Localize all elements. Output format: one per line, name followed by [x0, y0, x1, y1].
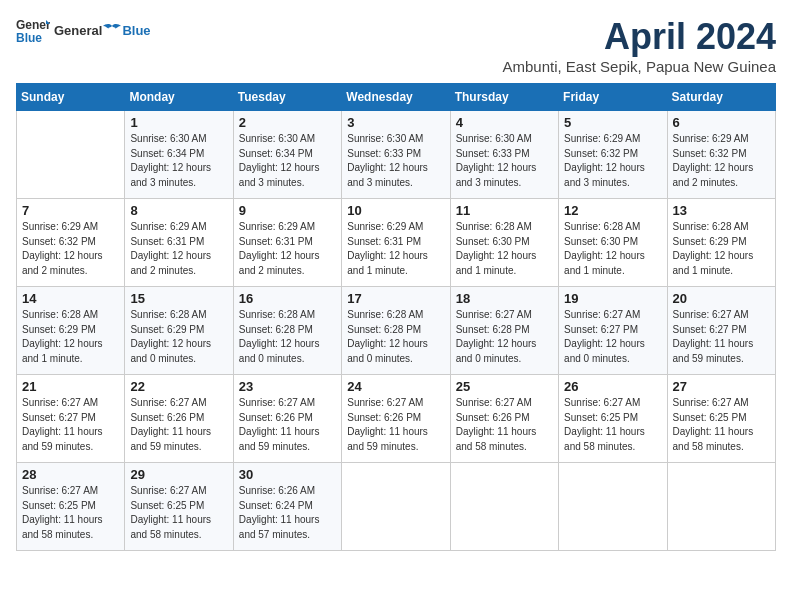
col-header-sunday: Sunday: [17, 84, 125, 111]
day-number: 25: [456, 379, 553, 394]
calendar-cell: 23Sunrise: 6:27 AM Sunset: 6:26 PM Dayli…: [233, 375, 341, 463]
calendar-cell: 10Sunrise: 6:29 AM Sunset: 6:31 PM Dayli…: [342, 199, 450, 287]
calendar-cell: 17Sunrise: 6:28 AM Sunset: 6:28 PM Dayli…: [342, 287, 450, 375]
day-info: Sunrise: 6:28 AM Sunset: 6:29 PM Dayligh…: [673, 220, 770, 278]
day-info: Sunrise: 6:27 AM Sunset: 6:27 PM Dayligh…: [673, 308, 770, 366]
calendar-cell: 14Sunrise: 6:28 AM Sunset: 6:29 PM Dayli…: [17, 287, 125, 375]
day-info: Sunrise: 6:29 AM Sunset: 6:32 PM Dayligh…: [22, 220, 119, 278]
calendar-cell: [667, 463, 775, 551]
calendar-cell: 5Sunrise: 6:29 AM Sunset: 6:32 PM Daylig…: [559, 111, 667, 199]
day-info: Sunrise: 6:27 AM Sunset: 6:26 PM Dayligh…: [130, 396, 227, 454]
month-title: April 2024: [503, 16, 777, 58]
day-info: Sunrise: 6:30 AM Sunset: 6:34 PM Dayligh…: [130, 132, 227, 190]
calendar-cell: 19Sunrise: 6:27 AM Sunset: 6:27 PM Dayli…: [559, 287, 667, 375]
day-info: Sunrise: 6:28 AM Sunset: 6:28 PM Dayligh…: [347, 308, 444, 366]
calendar-header-row: SundayMondayTuesdayWednesdayThursdayFrid…: [17, 84, 776, 111]
day-info: Sunrise: 6:29 AM Sunset: 6:31 PM Dayligh…: [239, 220, 336, 278]
day-number: 13: [673, 203, 770, 218]
day-number: 3: [347, 115, 444, 130]
day-number: 17: [347, 291, 444, 306]
calendar-cell: 13Sunrise: 6:28 AM Sunset: 6:29 PM Dayli…: [667, 199, 775, 287]
day-info: Sunrise: 6:27 AM Sunset: 6:25 PM Dayligh…: [130, 484, 227, 542]
day-number: 26: [564, 379, 661, 394]
day-number: 16: [239, 291, 336, 306]
day-number: 15: [130, 291, 227, 306]
col-header-friday: Friday: [559, 84, 667, 111]
calendar-cell: [17, 111, 125, 199]
day-number: 27: [673, 379, 770, 394]
day-number: 23: [239, 379, 336, 394]
day-number: 1: [130, 115, 227, 130]
calendar-cell: 9Sunrise: 6:29 AM Sunset: 6:31 PM Daylig…: [233, 199, 341, 287]
calendar-week-row: 7Sunrise: 6:29 AM Sunset: 6:32 PM Daylig…: [17, 199, 776, 287]
calendar-cell: 26Sunrise: 6:27 AM Sunset: 6:25 PM Dayli…: [559, 375, 667, 463]
calendar-cell: 20Sunrise: 6:27 AM Sunset: 6:27 PM Dayli…: [667, 287, 775, 375]
day-info: Sunrise: 6:29 AM Sunset: 6:32 PM Dayligh…: [564, 132, 661, 190]
calendar-cell: 8Sunrise: 6:29 AM Sunset: 6:31 PM Daylig…: [125, 199, 233, 287]
day-number: 10: [347, 203, 444, 218]
day-info: Sunrise: 6:30 AM Sunset: 6:33 PM Dayligh…: [347, 132, 444, 190]
day-number: 11: [456, 203, 553, 218]
calendar-cell: [450, 463, 558, 551]
day-info: Sunrise: 6:29 AM Sunset: 6:32 PM Dayligh…: [673, 132, 770, 190]
day-info: Sunrise: 6:30 AM Sunset: 6:33 PM Dayligh…: [456, 132, 553, 190]
calendar-cell: 29Sunrise: 6:27 AM Sunset: 6:25 PM Dayli…: [125, 463, 233, 551]
calendar-cell: 16Sunrise: 6:28 AM Sunset: 6:28 PM Dayli…: [233, 287, 341, 375]
calendar-cell: 24Sunrise: 6:27 AM Sunset: 6:26 PM Dayli…: [342, 375, 450, 463]
day-info: Sunrise: 6:28 AM Sunset: 6:30 PM Dayligh…: [456, 220, 553, 278]
day-number: 14: [22, 291, 119, 306]
day-number: 8: [130, 203, 227, 218]
day-info: Sunrise: 6:28 AM Sunset: 6:28 PM Dayligh…: [239, 308, 336, 366]
calendar-table: SundayMondayTuesdayWednesdayThursdayFrid…: [16, 83, 776, 551]
calendar-cell: 11Sunrise: 6:28 AM Sunset: 6:30 PM Dayli…: [450, 199, 558, 287]
day-info: Sunrise: 6:28 AM Sunset: 6:29 PM Dayligh…: [22, 308, 119, 366]
logo-bird-icon: [103, 23, 121, 37]
calendar-week-row: 14Sunrise: 6:28 AM Sunset: 6:29 PM Dayli…: [17, 287, 776, 375]
day-info: Sunrise: 6:27 AM Sunset: 6:27 PM Dayligh…: [22, 396, 119, 454]
day-number: 5: [564, 115, 661, 130]
calendar-cell: 12Sunrise: 6:28 AM Sunset: 6:30 PM Dayli…: [559, 199, 667, 287]
col-header-wednesday: Wednesday: [342, 84, 450, 111]
col-header-saturday: Saturday: [667, 84, 775, 111]
calendar-cell: [559, 463, 667, 551]
col-header-monday: Monday: [125, 84, 233, 111]
svg-text:General: General: [16, 18, 50, 32]
logo: General Blue General Blue: [16, 16, 151, 44]
day-info: Sunrise: 6:27 AM Sunset: 6:26 PM Dayligh…: [456, 396, 553, 454]
day-number: 19: [564, 291, 661, 306]
logo-general: General: [54, 23, 102, 38]
calendar-cell: 2Sunrise: 6:30 AM Sunset: 6:34 PM Daylig…: [233, 111, 341, 199]
calendar-cell: 30Sunrise: 6:26 AM Sunset: 6:24 PM Dayli…: [233, 463, 341, 551]
day-number: 12: [564, 203, 661, 218]
calendar-cell: 21Sunrise: 6:27 AM Sunset: 6:27 PM Dayli…: [17, 375, 125, 463]
day-number: 28: [22, 467, 119, 482]
day-info: Sunrise: 6:29 AM Sunset: 6:31 PM Dayligh…: [347, 220, 444, 278]
day-info: Sunrise: 6:29 AM Sunset: 6:31 PM Dayligh…: [130, 220, 227, 278]
day-number: 4: [456, 115, 553, 130]
logo-icon: General Blue: [16, 16, 50, 44]
logo-blue: Blue: [122, 23, 150, 38]
day-number: 18: [456, 291, 553, 306]
calendar-cell: 28Sunrise: 6:27 AM Sunset: 6:25 PM Dayli…: [17, 463, 125, 551]
calendar-cell: 27Sunrise: 6:27 AM Sunset: 6:25 PM Dayli…: [667, 375, 775, 463]
day-number: 2: [239, 115, 336, 130]
calendar-week-row: 1Sunrise: 6:30 AM Sunset: 6:34 PM Daylig…: [17, 111, 776, 199]
day-info: Sunrise: 6:27 AM Sunset: 6:27 PM Dayligh…: [564, 308, 661, 366]
day-info: Sunrise: 6:28 AM Sunset: 6:30 PM Dayligh…: [564, 220, 661, 278]
page-header: General Blue General Blue April 2024 Amb…: [16, 16, 776, 75]
calendar-cell: 22Sunrise: 6:27 AM Sunset: 6:26 PM Dayli…: [125, 375, 233, 463]
title-block: April 2024 Ambunti, East Sepik, Papua Ne…: [503, 16, 777, 75]
day-info: Sunrise: 6:28 AM Sunset: 6:29 PM Dayligh…: [130, 308, 227, 366]
day-number: 22: [130, 379, 227, 394]
day-info: Sunrise: 6:26 AM Sunset: 6:24 PM Dayligh…: [239, 484, 336, 542]
day-info: Sunrise: 6:27 AM Sunset: 6:28 PM Dayligh…: [456, 308, 553, 366]
calendar-cell: [342, 463, 450, 551]
day-number: 21: [22, 379, 119, 394]
day-info: Sunrise: 6:27 AM Sunset: 6:25 PM Dayligh…: [22, 484, 119, 542]
calendar-cell: 18Sunrise: 6:27 AM Sunset: 6:28 PM Dayli…: [450, 287, 558, 375]
col-header-tuesday: Tuesday: [233, 84, 341, 111]
day-number: 30: [239, 467, 336, 482]
day-number: 9: [239, 203, 336, 218]
location-subtitle: Ambunti, East Sepik, Papua New Guinea: [503, 58, 777, 75]
day-info: Sunrise: 6:30 AM Sunset: 6:34 PM Dayligh…: [239, 132, 336, 190]
